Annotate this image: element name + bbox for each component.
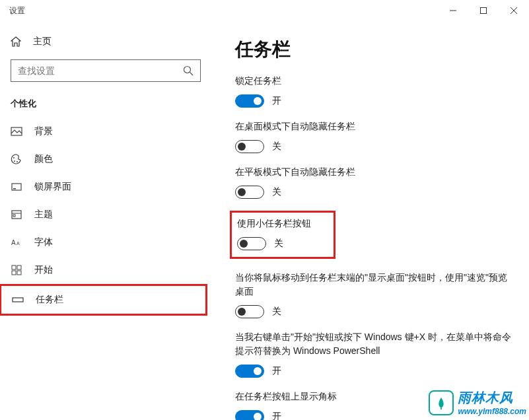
svg-point-9 bbox=[17, 161, 18, 162]
svg-point-8 bbox=[14, 160, 15, 162]
maximize-button[interactable] bbox=[468, 0, 499, 21]
setting-autohide-desktop: 在桌面模式下自动隐藏任务栏 关 bbox=[235, 120, 513, 153]
toggle-autohide-desktop[interactable] bbox=[235, 140, 264, 153]
toggle-state: 关 bbox=[272, 306, 281, 318]
svg-rect-20 bbox=[17, 271, 21, 275]
setting-label: 当你将鼠标移动到任务栏末端的"显示桌面"按钮时，使用"速览"预览桌面 bbox=[235, 271, 513, 298]
svg-rect-21 bbox=[13, 298, 23, 302]
setting-label: 锁定任务栏 bbox=[235, 74, 513, 88]
sidebar-item-label: 开始 bbox=[34, 264, 53, 276]
toggle-state: 开 bbox=[272, 365, 281, 377]
setting-small-buttons: 使用小任务栏按钮 关 bbox=[230, 211, 335, 259]
toggle-state: 关 bbox=[274, 238, 283, 250]
window-controls bbox=[438, 0, 529, 21]
search-box[interactable] bbox=[11, 59, 201, 82]
svg-line-5 bbox=[190, 73, 194, 76]
title-bar: 设置 bbox=[0, 0, 529, 21]
close-button[interactable] bbox=[499, 0, 529, 21]
start-icon bbox=[11, 264, 22, 276]
window-title: 设置 bbox=[9, 5, 25, 17]
minimize-button[interactable] bbox=[438, 0, 468, 21]
watermark: 雨林木风 www.ylmf888.com bbox=[429, 389, 526, 416]
setting-powershell: 当我右键单击"开始"按钮或按下 Windows 键+X 时，在菜单中将命令提示符… bbox=[235, 330, 513, 378]
sidebar: 主页 个性化 背景 颜色 锁 bbox=[0, 21, 211, 420]
sidebar-item-themes[interactable]: 主题 bbox=[0, 201, 211, 228]
palette-icon bbox=[11, 153, 22, 165]
page-title: 任务栏 bbox=[235, 37, 513, 62]
home-label: 主页 bbox=[33, 36, 52, 48]
svg-rect-17 bbox=[12, 265, 16, 269]
svg-rect-11 bbox=[13, 188, 16, 190]
svg-point-4 bbox=[184, 67, 191, 73]
toggle-autohide-tablet[interactable] bbox=[235, 186, 264, 199]
svg-rect-1 bbox=[481, 8, 487, 14]
setting-label: 使用小任务栏按钮 bbox=[237, 217, 328, 230]
taskbar-icon bbox=[12, 294, 24, 306]
toggle-badges[interactable] bbox=[235, 410, 264, 420]
svg-text:A: A bbox=[11, 239, 16, 246]
image-icon bbox=[11, 125, 22, 137]
watermark-url: www.ylmf888.com bbox=[458, 407, 526, 416]
toggle-powershell[interactable] bbox=[235, 365, 264, 378]
svg-rect-14 bbox=[13, 215, 15, 217]
sidebar-item-label: 锁屏界面 bbox=[34, 181, 71, 193]
setting-label: 在桌面模式下自动隐藏任务栏 bbox=[235, 120, 513, 133]
section-title: 个性化 bbox=[0, 92, 211, 118]
lockscreen-icon bbox=[11, 181, 22, 193]
sidebar-item-label: 背景 bbox=[34, 125, 53, 137]
main-content: 任务栏 锁定任务栏 开 在桌面模式下自动隐藏任务栏 关 在平板模式下自动隐藏任务… bbox=[211, 21, 529, 420]
sidebar-item-colors[interactable]: 颜色 bbox=[0, 145, 211, 173]
sidebar-item-label: 颜色 bbox=[34, 153, 53, 165]
home-link[interactable]: 主页 bbox=[0, 29, 211, 54]
setting-lock-taskbar: 锁定任务栏 开 bbox=[235, 74, 513, 108]
sidebar-item-label: 字体 bbox=[34, 236, 53, 248]
svg-point-7 bbox=[13, 157, 15, 158]
toggle-state: 开 bbox=[272, 95, 281, 107]
sidebar-item-taskbar[interactable]: 任务栏 bbox=[0, 284, 207, 316]
setting-peek-desktop: 当你将鼠标移动到任务栏末端的"显示桌面"按钮时，使用"速览"预览桌面 关 bbox=[235, 271, 513, 318]
sidebar-item-lockscreen[interactable]: 锁屏界面 bbox=[0, 173, 211, 201]
home-icon bbox=[11, 36, 21, 47]
search-icon bbox=[183, 65, 194, 76]
theme-icon bbox=[11, 209, 22, 221]
font-icon: AA bbox=[11, 236, 22, 248]
svg-text:A: A bbox=[17, 241, 20, 246]
sidebar-item-fonts[interactable]: AA 字体 bbox=[0, 228, 211, 256]
toggle-small-buttons[interactable] bbox=[237, 237, 266, 250]
setting-label: 在平板模式下自动隐藏任务栏 bbox=[235, 165, 513, 179]
toggle-state: 开 bbox=[272, 411, 281, 420]
toggle-state: 关 bbox=[272, 186, 281, 198]
watermark-icon bbox=[429, 390, 454, 415]
search-input[interactable] bbox=[18, 65, 183, 76]
toggle-state: 关 bbox=[272, 141, 281, 153]
setting-autohide-tablet: 在平板模式下自动隐藏任务栏 关 bbox=[235, 165, 513, 199]
toggle-lock-taskbar[interactable] bbox=[235, 94, 264, 108]
setting-label: 当我右键单击"开始"按钮或按下 Windows 键+X 时，在菜单中将命令提示符… bbox=[235, 330, 513, 358]
sidebar-item-label: 主题 bbox=[34, 209, 53, 221]
toggle-peek-desktop[interactable] bbox=[235, 305, 264, 318]
watermark-title: 雨林木风 bbox=[458, 389, 526, 407]
sidebar-item-start[interactable]: 开始 bbox=[0, 256, 211, 284]
svg-rect-18 bbox=[17, 265, 21, 269]
sidebar-item-label: 任务栏 bbox=[36, 294, 63, 306]
sidebar-item-background[interactable]: 背景 bbox=[0, 118, 211, 145]
svg-rect-19 bbox=[12, 271, 16, 275]
